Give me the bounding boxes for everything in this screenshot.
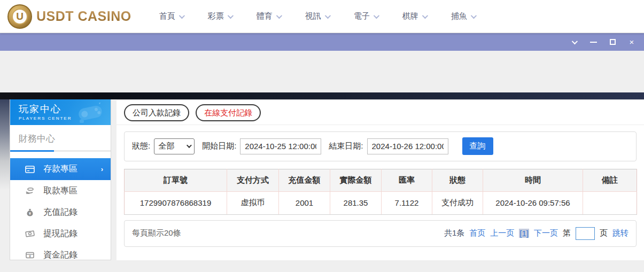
- record-tabs: 公司入款記錄 在線支付記錄: [117, 100, 644, 125]
- end-date-label: 結束日期:: [329, 141, 363, 151]
- nav-label: 電子: [354, 11, 370, 21]
- sidebar-item-label: 資金記錄: [43, 250, 77, 261]
- sidebar-item-withdrawal-record[interactable]: 提現記錄: [10, 223, 111, 244]
- chevron-down-icon: [227, 12, 233, 18]
- collapse-icon[interactable]: [569, 37, 579, 47]
- chevron-down-icon: [470, 12, 476, 18]
- dark-divider-band: [0, 92, 644, 99]
- finance-section-title: 財務中心: [10, 125, 111, 150]
- left-edge-shadow: [0, 99, 10, 190]
- status-select-value: 全部: [158, 141, 174, 151]
- credit-card-icon: [25, 165, 35, 174]
- col-order-no: 訂單號: [125, 169, 227, 191]
- wallet-icon: ¥: [25, 250, 35, 260]
- cell-actual-amount: 281.35: [330, 191, 382, 214]
- nav-item-boardgames[interactable]: 棋牌: [402, 11, 426, 21]
- nav-label: 首頁: [159, 11, 175, 21]
- chevron-down-icon: [422, 12, 428, 18]
- nav-item-lottery[interactable]: 彩票: [208, 11, 232, 21]
- nav-label: 捕魚: [451, 11, 467, 21]
- main-panel: 公司入款記錄 在線支付記錄 狀態: 全部 開始日期: 結束日期: 查詢 訂單號: [117, 99, 644, 260]
- hand-money-icon: [25, 186, 35, 196]
- logo-letter: U: [12, 9, 28, 25]
- tab-online-payment-record[interactable]: 在線支付記錄: [196, 104, 261, 121]
- start-date-label: 開始日期:: [202, 141, 236, 151]
- nav-item-live[interactable]: 視訊: [305, 11, 329, 21]
- sidebar-item-label: 存款專區: [43, 164, 77, 175]
- nav-item-fishing[interactable]: 捕魚: [451, 11, 475, 21]
- end-date-input[interactable]: [367, 138, 448, 154]
- content-area: 玩家中心 PLAYERS CENTER 財務中心 存款專區 ›: [0, 99, 644, 272]
- search-button[interactable]: 查詢: [462, 137, 493, 155]
- cell-payment-method: 虚拟币: [227, 191, 279, 214]
- current-page-indicator[interactable]: [1]: [519, 229, 529, 238]
- col-remark: 備註: [583, 169, 637, 191]
- minimize-icon[interactable]: [588, 37, 598, 47]
- svg-text:¥: ¥: [29, 254, 31, 258]
- logo[interactable]: U USDT CASINO: [7, 4, 131, 29]
- spacer-band: [0, 51, 644, 92]
- close-icon[interactable]: ×: [627, 37, 637, 47]
- records-table: 訂單號 支付方式 充值金額 實際金額 匯率 狀態 時間 備註 172990787…: [124, 169, 637, 215]
- jump-page-input[interactable]: [576, 227, 595, 240]
- nav-item-home[interactable]: 首頁: [159, 11, 183, 21]
- next-page-link[interactable]: 下一页: [534, 228, 558, 238]
- table-row: 1729907876868319 虚拟币 2001 281.35 7.1122 …: [125, 191, 637, 214]
- pagination-bar: 每頁顯示20條 共1条 首页 上一页 [1] 下一页 第 页 跳转: [124, 220, 637, 247]
- maximize-icon[interactable]: [608, 37, 617, 47]
- pager-controls: 共1条 首页 上一页 [1] 下一页 第 页 跳转: [444, 227, 629, 240]
- col-payment-method: 支付方式: [227, 169, 279, 191]
- sidebar-item-recharge-record[interactable]: ¥ 充值記錄: [10, 201, 111, 223]
- nav-label: 體育: [257, 11, 273, 21]
- chevron-down-icon: [324, 12, 330, 18]
- total-count: 共1条: [444, 228, 464, 238]
- svg-text:¥: ¥: [29, 212, 31, 215]
- nav-label: 棋牌: [402, 11, 418, 21]
- money-bag-icon: ¥: [25, 207, 35, 217]
- nav-label: 視訊: [305, 11, 321, 21]
- per-page-label: 每頁顯示20條: [132, 228, 181, 238]
- col-exchange-rate: 匯率: [382, 169, 432, 191]
- col-actual-amount: 實際金額: [330, 169, 382, 191]
- prev-page-link[interactable]: 上一页: [490, 228, 514, 238]
- chevron-down-icon: [373, 12, 379, 18]
- nav-item-slots[interactable]: 電子: [354, 11, 378, 21]
- status-select[interactable]: 全部: [154, 138, 195, 154]
- window-titlebar: ×: [0, 33, 644, 51]
- col-status: 狀態: [432, 169, 483, 191]
- sidebar-item-label: 提現記錄: [43, 228, 77, 239]
- main-nav: 首頁 彩票 體育 視訊 電子 棋牌 捕魚: [159, 11, 475, 21]
- sidebar-item-label: 取款專區: [43, 185, 77, 197]
- nav-item-sports[interactable]: 體育: [257, 11, 281, 21]
- cell-status: 支付成功: [432, 191, 483, 214]
- cell-remark: [583, 191, 637, 214]
- logo-text: USDT CASINO: [36, 9, 131, 24]
- sidebar-item-deposit[interactable]: 存款專區 ›: [10, 158, 111, 180]
- chevron-down-icon: [179, 12, 184, 18]
- cell-exchange-rate: 7.1122: [382, 191, 432, 214]
- first-page-link[interactable]: 首页: [469, 228, 485, 238]
- jump-button[interactable]: 跳转: [612, 228, 629, 238]
- start-date-input[interactable]: [240, 138, 321, 154]
- chevron-down-icon: [276, 12, 282, 18]
- col-recharge-amount: 充值金額: [279, 169, 330, 191]
- sidebar-item-withdraw[interactable]: 取款專區: [10, 180, 111, 201]
- nav-label: 彩票: [208, 11, 224, 21]
- site-header: U USDT CASINO 首頁 彩票 體育 視訊 電子 棋牌 捕魚: [0, 0, 644, 33]
- jump-suffix-label: 页: [600, 228, 608, 238]
- status-label: 狀態:: [132, 141, 150, 151]
- jump-prefix-label: 第: [563, 228, 571, 238]
- sidebar: 玩家中心 PLAYERS CENTER 財務中心 存款專區 ›: [10, 99, 111, 260]
- banknote-icon: [25, 229, 35, 238]
- cell-recharge-amount: 2001: [279, 191, 330, 214]
- tab-company-deposit-record[interactable]: 公司入款記錄: [124, 104, 189, 121]
- chevron-right-icon: ›: [101, 165, 103, 173]
- sidebar-header: 玩家中心 PLAYERS CENTER: [10, 99, 111, 125]
- cell-time: 2024-10-26 09:57:56: [483, 191, 583, 214]
- col-time: 時間: [483, 169, 583, 191]
- filter-bar: 狀態: 全部 開始日期: 結束日期: 查詢: [124, 131, 637, 161]
- table-header-row: 訂單號 支付方式 充值金額 實際金額 匯率 狀態 時間 備註: [125, 169, 637, 191]
- sidebar-item-label: 充值記錄: [43, 207, 77, 218]
- sidebar-item-funds-record[interactable]: ¥ 資金記錄: [10, 244, 111, 266]
- logo-coin-icon: U: [7, 4, 32, 29]
